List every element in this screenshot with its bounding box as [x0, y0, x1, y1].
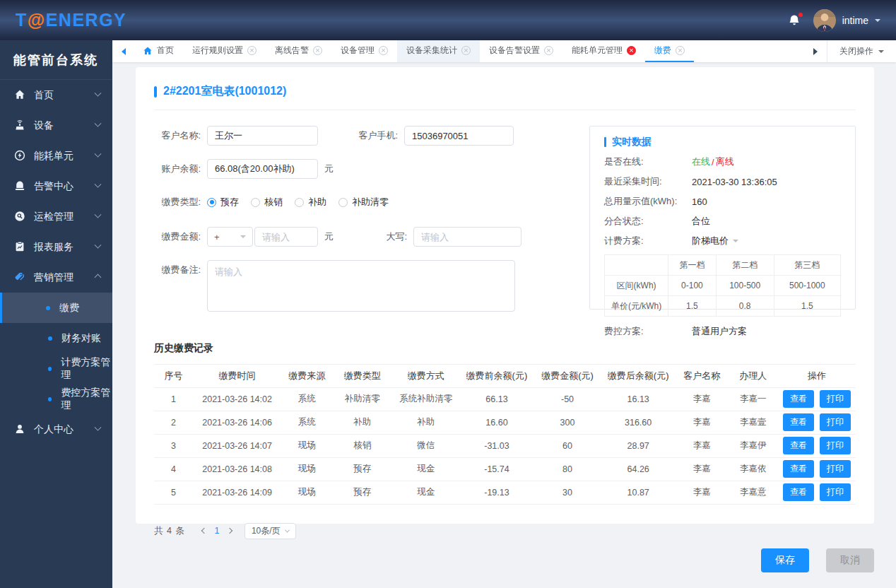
print-button[interactable]: 打印 — [820, 483, 851, 501]
radio-subsidy-clear[interactable]: 补助清零 — [338, 196, 389, 208]
tier-header: 第一档 — [668, 255, 716, 276]
table-cell: 微信 — [392, 434, 459, 457]
table-row: 22021-03-26 14:06系统补助补助16.60300316.60李嘉李… — [154, 411, 856, 434]
prev-page-button[interactable] — [198, 523, 211, 539]
radio-label: 核销 — [264, 196, 283, 208]
view-button[interactable]: 查看 — [783, 390, 814, 408]
user-menu[interactable]: intime — [813, 9, 880, 32]
close-icon[interactable]: × — [627, 46, 636, 55]
table-cell: 2021-03-26 14:06 — [193, 411, 281, 434]
table-cell: 80 — [534, 457, 601, 481]
view-button[interactable]: 查看 — [783, 483, 814, 501]
tab-offline-alarm[interactable]: 离线告警× — [266, 40, 331, 62]
print-button[interactable]: 打印 — [820, 437, 851, 454]
table-cell: 补助 — [332, 411, 392, 434]
customer-phone-field[interactable] — [404, 126, 514, 146]
view-button[interactable]: 查看 — [783, 437, 814, 454]
sidebar-subitem-finance-reconcile[interactable]: 财务对账 — [0, 323, 112, 353]
sidebar-item-alarm-center[interactable]: 告警中心 — [0, 171, 112, 201]
column-header: 缴费来源 — [281, 365, 332, 387]
tab-device-collect-stats[interactable]: 设备采集统计× — [397, 40, 480, 62]
sidebar-subitem-fee-control-plan-mgmt[interactable]: 费控方案管理 — [0, 384, 112, 414]
radio-label: 补助 — [308, 196, 326, 208]
bullet-dot-icon — [48, 336, 52, 341]
table-cell: 李嘉 — [676, 434, 729, 457]
column-header: 办理人 — [729, 365, 778, 387]
close-icon[interactable]: × — [544, 46, 553, 55]
tab-energy-unit-mgmt[interactable]: 能耗单元管理× — [562, 40, 645, 62]
sidebar-item-report-service[interactable]: 报表服务 — [0, 232, 112, 262]
customer-name-field[interactable] — [207, 126, 318, 146]
close-icon[interactable]: × — [461, 46, 471, 55]
tab-payment[interactable]: 缴费× — [645, 40, 694, 62]
tabs-scroll-right-button[interactable] — [806, 40, 827, 62]
table-cell: 316.60 — [601, 411, 676, 434]
amount-sign-select[interactable]: + — [207, 227, 253, 247]
cancel-button[interactable]: 取消 — [826, 548, 874, 572]
close-icon[interactable]: × — [313, 46, 322, 55]
table-cell: 系统补助清零 — [392, 387, 459, 411]
table-cell: -50 — [534, 387, 601, 411]
sidebar-item-marketing-mgmt[interactable]: 营销管理 — [0, 262, 112, 293]
sidebar-subitem-billing-plan-mgmt[interactable]: 计费方案管理 — [0, 353, 112, 384]
print-button[interactable]: 打印 — [820, 460, 851, 478]
sidebar-subitem-label: 计费方案管理 — [61, 356, 112, 382]
column-header: 缴费类型 — [332, 365, 392, 387]
print-button[interactable]: 打印 — [820, 390, 851, 408]
column-header: 缴费时间 — [193, 365, 281, 387]
radio-dot-icon — [251, 198, 260, 207]
tabs-scroll-left-button[interactable] — [112, 40, 134, 62]
tab-home[interactable]: 首页 — [134, 40, 183, 62]
close-icon[interactable]: × — [247, 46, 257, 55]
radio-prepay[interactable]: 预存 — [207, 196, 239, 208]
save-button[interactable]: 保存 — [761, 548, 809, 572]
page-number[interactable]: 1 — [211, 526, 223, 536]
sidebar-item-energy-unit[interactable]: 能耗单元 — [0, 141, 112, 171]
radio-write-off[interactable]: 核销 — [251, 196, 283, 208]
radio-subsidy[interactable]: 补助 — [295, 196, 326, 208]
table-cell: 系统 — [281, 387, 332, 411]
balance-field[interactable] — [207, 159, 318, 179]
tab-device-alarm-settings[interactable]: 设备告警设置× — [480, 40, 562, 62]
tier-row-label: 单价(元/kWh) — [605, 296, 668, 317]
page-size-select[interactable]: 10条/页 — [244, 523, 296, 539]
table-cell: 5 — [154, 481, 193, 504]
alarm-icon — [14, 180, 26, 192]
sidebar-item-device[interactable]: 设备 — [0, 110, 112, 141]
pay-amount-field[interactable] — [254, 227, 318, 247]
chevron-down-icon — [878, 50, 884, 56]
table-cell: 2 — [154, 411, 193, 434]
close-icon[interactable]: × — [676, 46, 685, 55]
user-icon — [14, 423, 26, 435]
view-button[interactable]: 查看 — [783, 460, 814, 478]
tab-label: 能耗单元管理 — [572, 45, 623, 57]
sidebar-subitem-payment[interactable]: 缴费 — [0, 293, 112, 323]
report-icon — [14, 241, 26, 253]
amount-caps-label: 大写: — [362, 227, 407, 247]
user-name: intime — [842, 15, 868, 26]
tier-cell: 0-100 — [668, 276, 716, 296]
sidebar-item-label: 首页 — [34, 89, 54, 102]
tier-row-label: 区间(kWh) — [605, 276, 668, 296]
column-header: 缴费金额(元) — [534, 365, 601, 387]
tab-label: 设备管理 — [341, 45, 375, 57]
chevron-down-icon — [285, 527, 290, 532]
home-icon — [14, 89, 26, 101]
sidebar-item-personal-center[interactable]: 个人中心 — [0, 414, 112, 445]
sidebar-subitem-label: 财务对账 — [61, 332, 101, 345]
print-button[interactable]: 打印 — [820, 413, 851, 431]
notification-bell-icon[interactable] — [788, 14, 801, 27]
history-header-row: 序号缴费时间缴费来源缴费类型缴费方式缴费前余额(元)缴费金额(元)缴费后余额(元… — [154, 365, 856, 387]
view-button[interactable]: 查看 — [783, 413, 814, 431]
sidebar-item-home[interactable]: 首页 — [0, 80, 112, 110]
logo-flame-at-icon: @ — [28, 10, 46, 30]
remark-field[interactable] — [207, 260, 515, 312]
close-icon[interactable]: × — [379, 46, 388, 55]
amount-caps-field[interactable] — [413, 227, 521, 247]
sidebar-item-inspection-mgmt[interactable]: 运检管理 — [0, 201, 112, 232]
billing-plan-dropdown[interactable]: 阶梯电价 — [692, 235, 738, 247]
close-operations-dropdown[interactable]: 关闭操作 — [827, 40, 896, 62]
tab-run-rule-settings[interactable]: 运行规则设置× — [183, 40, 266, 62]
tab-device-mgmt[interactable]: 设备管理× — [331, 40, 397, 62]
next-page-button[interactable] — [223, 523, 236, 539]
